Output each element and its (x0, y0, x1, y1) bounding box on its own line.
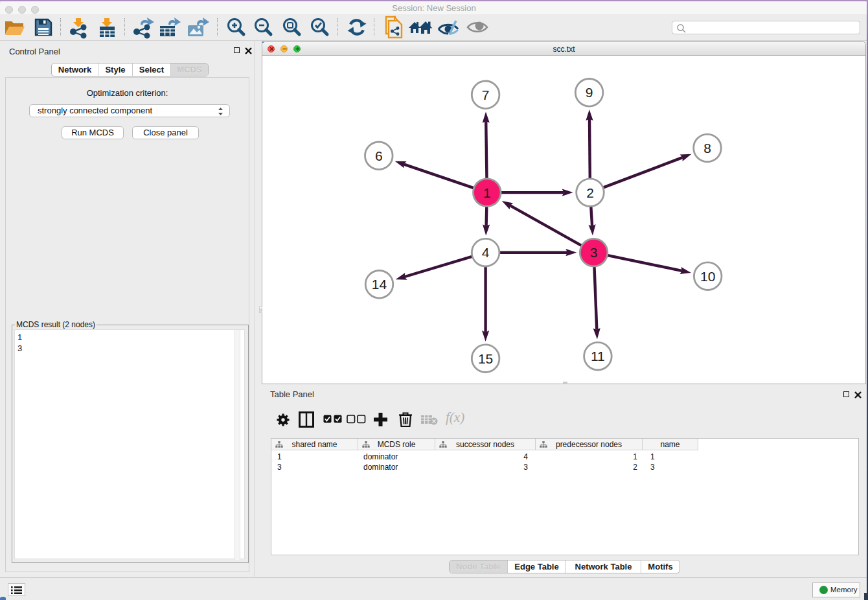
svg-text:7: 7 (482, 87, 490, 102)
svg-text:11: 11 (591, 349, 605, 363)
svg-text:4: 4 (482, 245, 490, 260)
svg-text:1: 1 (483, 185, 491, 200)
svg-text:2: 2 (586, 185, 594, 200)
svg-text:15: 15 (478, 351, 493, 366)
svg-text:9: 9 (586, 85, 593, 100)
svg-text:10: 10 (700, 269, 715, 284)
svg-text:3: 3 (590, 245, 598, 260)
svg-text:14: 14 (372, 277, 387, 292)
svg-text:8: 8 (703, 141, 711, 156)
svg-text:6: 6 (375, 148, 383, 163)
